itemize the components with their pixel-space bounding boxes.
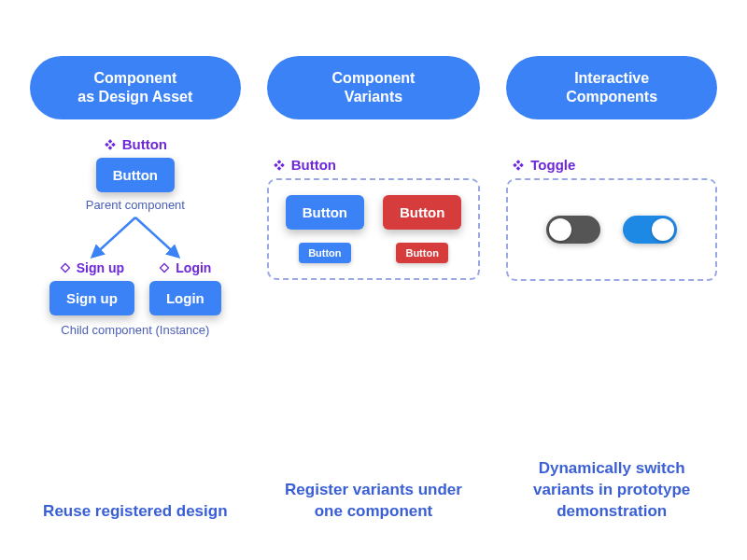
instance-label: Login: [159, 260, 211, 275]
component-label-text: Button: [291, 157, 336, 173]
column-caption: Reuse registered design: [39, 501, 231, 523]
header-pill: Component as Design Asset: [30, 56, 241, 119]
toggle-frame: [506, 178, 717, 281]
child-signup: Sign up Sign up: [49, 260, 134, 315]
component-label: Button: [104, 136, 167, 152]
component-label: Button: [273, 157, 336, 173]
svg-marker-12: [516, 160, 521, 164]
instance-label-text: Login: [176, 260, 211, 275]
inheritance-arrows: [70, 214, 201, 260]
signup-button[interactable]: Sign up: [49, 281, 134, 315]
variants-frame: Button Button Button Button: [267, 178, 481, 280]
variants-grid: Button Button Button Button: [286, 195, 462, 263]
svg-marker-1: [107, 146, 112, 150]
header-pill: Component Variants: [267, 56, 481, 119]
component-label: Toggle: [512, 157, 575, 173]
svg-marker-15: [519, 162, 524, 167]
svg-marker-6: [61, 264, 69, 273]
header-pill: Interactive Components: [506, 56, 717, 119]
component-label-text: Button: [122, 136, 167, 152]
column-caption: Dynamically switch variants in prototype…: [506, 458, 717, 523]
svg-marker-7: [161, 264, 169, 273]
toggle-knob: [652, 218, 674, 241]
svg-marker-11: [280, 162, 285, 167]
variant-red-large[interactable]: Button: [383, 195, 461, 230]
svg-line-4: [92, 217, 135, 257]
toggle-off[interactable]: [546, 216, 600, 244]
children-note: Child component (Instance): [61, 323, 209, 337]
login-button[interactable]: Login: [149, 281, 221, 315]
column-interactive: Interactive Components Toggle D: [506, 56, 717, 523]
svg-marker-2: [105, 142, 109, 147]
column-variants: Component Variants Button Button Button …: [267, 56, 481, 523]
component-icon: [104, 138, 117, 151]
toggles-row: [525, 195, 698, 264]
instance-label-text: Sign up: [77, 260, 124, 275]
variant-blue-small[interactable]: Button: [299, 243, 350, 263]
instance-label: Sign up: [60, 260, 124, 275]
stage-design-asset: Button Button Parent component: [30, 136, 241, 492]
columns-container: Component as Design Asset Button Button …: [30, 56, 717, 523]
column-caption: Register variants under one component: [267, 480, 481, 523]
instance-icon: [60, 262, 71, 273]
svg-marker-8: [276, 160, 281, 164]
parent-button[interactable]: Button: [96, 158, 175, 192]
toggle-on[interactable]: [623, 216, 677, 244]
column-design-asset: Component as Design Asset Button Button …: [30, 56, 241, 523]
svg-marker-9: [276, 166, 281, 171]
svg-marker-13: [516, 166, 521, 171]
parent-note: Parent component: [86, 198, 185, 212]
stage-variants: Button Button Button Button Button: [267, 136, 481, 470]
instance-icon: [159, 262, 170, 273]
stage-interactive: Toggle: [506, 136, 717, 449]
svg-marker-0: [107, 139, 112, 144]
variant-blue-large[interactable]: Button: [286, 195, 364, 230]
parent-component-block: Button Button Parent component: [86, 136, 185, 212]
svg-marker-14: [513, 162, 517, 167]
children-row: Sign up Sign up Login Login: [30, 260, 241, 315]
svg-marker-10: [274, 162, 278, 167]
component-label-text: Toggle: [530, 157, 575, 173]
svg-marker-3: [111, 142, 116, 147]
component-icon: [273, 159, 286, 172]
svg-line-5: [135, 217, 178, 257]
toggle-knob: [549, 218, 571, 241]
component-icon: [512, 159, 525, 172]
child-login: Login Login: [149, 260, 221, 315]
variant-red-small[interactable]: Button: [396, 243, 447, 263]
